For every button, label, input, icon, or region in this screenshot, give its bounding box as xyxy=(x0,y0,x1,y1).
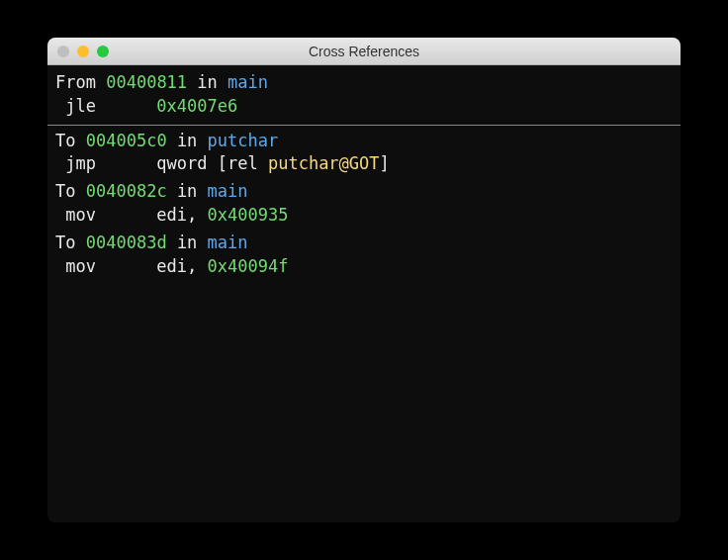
operand-rel: rel xyxy=(228,153,268,173)
xref-entry[interactable]: To 004005c0 in putchar jmpqword [rel put… xyxy=(47,130,681,181)
xref-entry[interactable]: From 00400811 in main jle0x4007e6 xyxy=(47,71,681,126)
xref-instruction: movedi, 0x400935 xyxy=(55,204,673,228)
xref-address: 00400811 xyxy=(106,72,187,92)
cross-references-window: Cross References From 00400811 in main j… xyxy=(47,38,681,522)
xref-header: From 00400811 in main xyxy=(55,71,673,95)
operand-got: putchar@GOT xyxy=(268,153,380,173)
xref-header: To 004005c0 in putchar xyxy=(55,130,673,153)
mnemonic: jmp xyxy=(65,152,156,176)
xref-function: main xyxy=(228,72,268,92)
traffic-lights xyxy=(57,46,109,57)
xref-header: To 0040083d in main xyxy=(55,232,673,255)
xref-address: 0040083d xyxy=(86,233,167,252)
operand-immediate: 0x4007e6 xyxy=(156,96,237,116)
operand-register: edi, xyxy=(156,205,207,225)
in-word: in xyxy=(197,72,217,92)
xref-function: main xyxy=(208,233,248,252)
xref-direction: To xyxy=(55,131,75,150)
window-title: Cross References xyxy=(47,44,681,59)
xref-direction: To xyxy=(55,233,75,252)
xref-address: 004005c0 xyxy=(86,131,167,150)
in-word: in xyxy=(177,181,197,201)
mnemonic: jle xyxy=(65,95,156,119)
operand-immediate: 0x40094f xyxy=(208,256,289,276)
operand-prefix: qword [ xyxy=(156,153,228,173)
xref-address: 0040082c xyxy=(86,181,167,201)
xref-entry[interactable]: To 0040082c in main movedi, 0x400935 xyxy=(47,180,681,232)
xref-list: From 00400811 in main jle0x4007e6 To 004… xyxy=(47,65,681,522)
maximize-icon[interactable] xyxy=(97,46,109,57)
xref-direction: To xyxy=(55,181,75,201)
mnemonic: mov xyxy=(65,255,156,279)
xref-entry[interactable]: To 0040083d in main movedi, 0x40094f xyxy=(47,232,681,283)
mnemonic: mov xyxy=(65,204,156,228)
xref-instruction: movedi, 0x40094f xyxy=(55,255,673,279)
operand-suffix: ] xyxy=(380,153,390,173)
xref-direction: From xyxy=(55,72,96,92)
in-word: in xyxy=(177,131,197,150)
xref-function: putchar xyxy=(208,131,279,150)
xref-header: To 0040082c in main xyxy=(55,180,673,204)
minimize-icon[interactable] xyxy=(77,46,89,57)
xref-instruction: jmpqword [rel putchar@GOT] xyxy=(55,152,673,176)
operand-register: edi, xyxy=(156,256,207,276)
operand-immediate: 0x400935 xyxy=(208,205,289,225)
xref-function: main xyxy=(208,181,248,201)
titlebar[interactable]: Cross References xyxy=(47,38,681,65)
close-icon[interactable] xyxy=(57,46,69,57)
xref-instruction: jle0x4007e6 xyxy=(55,95,673,119)
in-word: in xyxy=(177,233,197,252)
